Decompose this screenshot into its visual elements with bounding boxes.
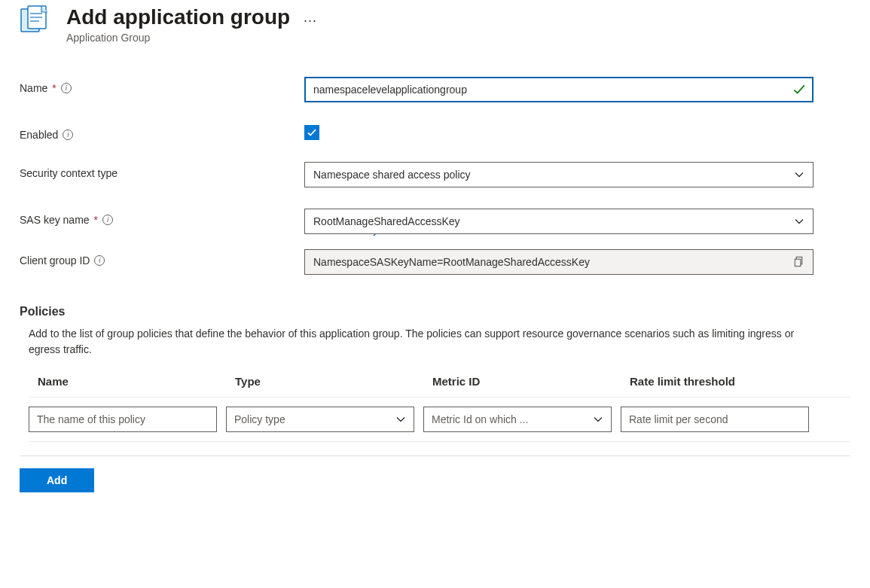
info-icon[interactable]: i — [61, 83, 72, 93]
more-actions-button[interactable]: ··· — [304, 8, 317, 27]
page-subtitle: Application Group — [66, 32, 317, 44]
required-indicator: * — [52, 82, 56, 94]
sas-key-name-value: RootManageSharedAccessKey — [313, 215, 460, 227]
client-group-id-field: NamespaceSASKeyName=RootManageSharedAcce… — [304, 249, 814, 275]
policies-description: Add to the list of group policies that d… — [29, 326, 797, 358]
name-input[interactable] — [304, 77, 814, 102]
policy-type-placeholder: Policy type — [234, 413, 285, 425]
policy-type-select[interactable]: Policy type — [226, 407, 414, 432]
checkmark-icon — [307, 127, 317, 138]
policy-name-input[interactable] — [29, 407, 217, 432]
policies-table: Name Type Metric ID Rate limit threshold… — [29, 375, 850, 442]
name-label: Name — [20, 82, 47, 94]
enabled-checkbox[interactable] — [304, 125, 319, 140]
policy-rate-limit-input[interactable] — [621, 407, 809, 432]
client-group-id-label: Client group ID — [20, 254, 90, 267]
info-icon[interactable]: i — [102, 215, 113, 225]
enabled-label: Enabled — [20, 129, 58, 141]
col-name: Name — [38, 375, 226, 388]
footer: Add — [20, 455, 850, 492]
sas-key-name-select[interactable]: RootManageSharedAccessKey — [304, 209, 814, 234]
chevron-down-icon — [794, 216, 804, 227]
client-group-id-value: NamespaceSASKeyName=RootManageSharedAcce… — [313, 256, 590, 268]
security-context-type-value: Namespace shared access policy — [313, 169, 471, 181]
page-header: Add application group ··· Application Gr… — [20, 5, 850, 44]
copy-icon[interactable] — [793, 256, 804, 267]
policies-heading: Policies — [20, 305, 850, 318]
sas-key-name-label: SAS key name — [20, 214, 90, 226]
info-icon[interactable]: i — [63, 129, 73, 140]
chevron-down-icon — [395, 414, 406, 425]
add-button[interactable]: Add — [20, 468, 94, 492]
policies-new-row: Policy type Metric Id on which ... — [29, 407, 850, 432]
policies-table-header: Name Type Metric ID Rate limit threshold — [29, 375, 850, 398]
svg-rect-6 — [795, 259, 801, 266]
policy-metric-id-placeholder: Metric Id on which ... — [432, 413, 528, 425]
security-context-type-select[interactable]: Namespace shared access policy — [304, 162, 814, 187]
application-group-icon — [20, 5, 51, 38]
page-title: Add application group — [66, 5, 290, 30]
col-type: Type — [235, 375, 423, 388]
security-context-type-label: Security context type — [20, 167, 118, 179]
policy-metric-id-select[interactable]: Metric Id on which ... — [423, 407, 612, 432]
col-metric-id: Metric ID — [432, 375, 621, 388]
required-indicator: * — [94, 214, 98, 226]
check-icon — [792, 83, 806, 96]
chevron-down-icon — [794, 169, 804, 180]
chevron-down-icon — [593, 414, 603, 425]
col-threshold: Rate limit threshold — [630, 375, 818, 388]
info-icon[interactable]: i — [94, 255, 105, 266]
